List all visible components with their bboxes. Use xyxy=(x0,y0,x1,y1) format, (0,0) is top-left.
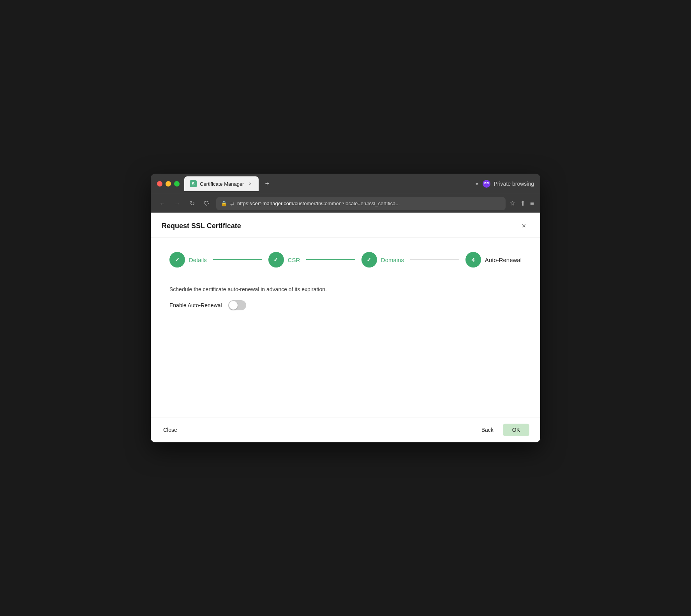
toggle-label: Enable Auto-Renewal xyxy=(169,302,222,308)
step-1-checkmark: ✓ xyxy=(175,256,180,263)
step-3-circle: ✓ xyxy=(361,252,377,268)
svg-point-0 xyxy=(483,180,490,188)
shield-icon: 🛡 xyxy=(201,198,212,209)
step-3: ✓ Domains xyxy=(361,252,404,268)
ok-button[interactable]: OK xyxy=(503,424,529,436)
step-4-number: 4 xyxy=(472,257,475,263)
step-3-label: Domains xyxy=(381,257,404,263)
url-text: https://cert-manager.com/customer/InComm… xyxy=(237,201,501,206)
dialog-container: Request SSL Certificate × ✓ Details ✓ CS… xyxy=(151,213,540,442)
title-bar: S Certificate Manager × + ▾ Private brow… xyxy=(151,174,540,194)
tab-close-button[interactable]: × xyxy=(247,181,253,187)
share-icon[interactable]: ⬆ xyxy=(520,199,525,208)
step-1-circle: ✓ xyxy=(169,252,185,268)
dialog-title: Request SSL Certificate xyxy=(162,222,241,230)
dialog-header: Request SSL Certificate × xyxy=(151,213,540,238)
back-button[interactable]: ← xyxy=(157,198,168,209)
forward-button[interactable]: → xyxy=(172,198,183,209)
bookmark-icon[interactable]: ☆ xyxy=(509,199,515,208)
url-domain: cert-manager.com xyxy=(252,201,293,206)
step-3-checkmark: ✓ xyxy=(367,256,372,263)
browser-window: S Certificate Manager × + ▾ Private brow… xyxy=(151,174,540,442)
dialog-close-button[interactable]: × xyxy=(518,220,529,231)
refresh-button[interactable]: ↻ xyxy=(187,198,197,209)
step-1-label: Details xyxy=(189,257,207,263)
traffic-light-close[interactable] xyxy=(157,181,162,187)
dialog-body: Schedule the certificate auto-renewal in… xyxy=(151,277,540,417)
tab-favicon: S xyxy=(190,180,197,187)
lock-icon: 🔒 xyxy=(221,201,227,206)
step-line-2-3 xyxy=(306,259,355,260)
step-line-1-2 xyxy=(213,259,262,260)
toggle-row: Enable Auto-Renewal xyxy=(169,300,522,310)
menu-icon[interactable]: ≡ xyxy=(530,200,534,208)
active-tab[interactable]: S Certificate Manager × xyxy=(184,176,259,191)
footer-left: Close xyxy=(162,424,179,436)
step-line-3-4 xyxy=(410,259,459,260)
step-2-circle: ✓ xyxy=(268,252,284,268)
traffic-light-minimize[interactable] xyxy=(166,181,171,187)
footer-right: Back OK xyxy=(477,424,529,436)
traffic-light-maximize[interactable] xyxy=(174,181,180,187)
private-browsing-badge: Private browsing xyxy=(482,180,534,188)
svg-point-4 xyxy=(487,183,488,183)
title-bar-right: ▾ Private browsing xyxy=(476,180,534,188)
step-1: ✓ Details xyxy=(169,252,207,268)
private-browsing-label: Private browsing xyxy=(494,181,534,187)
step-2-checkmark: ✓ xyxy=(273,256,279,263)
address-bar[interactable]: 🔒 ⇄ https://cert-manager.com/customer/In… xyxy=(216,197,506,210)
svg-point-3 xyxy=(485,183,485,183)
step-4: 4 Auto-Renewal xyxy=(465,252,522,268)
nav-bar: ← → ↻ 🛡 🔒 ⇄ https://cert-manager.com/cus… xyxy=(151,194,540,213)
connection-icon: ⇄ xyxy=(230,201,234,206)
step-4-circle: 4 xyxy=(465,252,481,268)
step-2-label: CSR xyxy=(288,257,300,263)
step-2: ✓ CSR xyxy=(268,252,300,268)
toggle-thumb xyxy=(229,301,238,310)
auto-renewal-toggle[interactable] xyxy=(228,300,246,310)
tabs-dropdown-icon[interactable]: ▾ xyxy=(476,181,478,187)
schedule-description: Schedule the certificate auto-renewal in… xyxy=(169,286,522,292)
dialog-footer: Close Back OK xyxy=(151,417,540,442)
new-tab-button[interactable]: + xyxy=(262,178,272,190)
nav-right-icons: ☆ ⬆ ≡ xyxy=(509,199,534,208)
stepper: ✓ Details ✓ CSR ✓ Domains xyxy=(151,238,540,277)
step-4-label: Auto-Renewal xyxy=(485,257,522,263)
tab-bar: S Certificate Manager × + xyxy=(184,176,471,191)
private-browsing-icon xyxy=(482,180,491,188)
close-button[interactable]: Close xyxy=(162,424,179,436)
back-button-dialog[interactable]: Back xyxy=(477,424,498,436)
tab-title: Certificate Manager xyxy=(200,181,244,187)
traffic-lights xyxy=(157,181,180,187)
